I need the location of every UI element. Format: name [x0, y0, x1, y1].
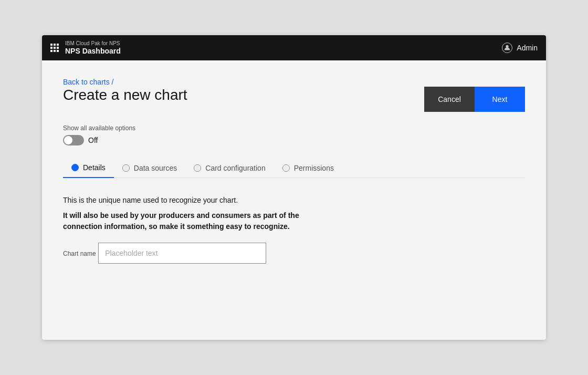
user-icon: [502, 43, 512, 53]
tab-data-sources-label: Data sources: [134, 164, 177, 172]
breadcrumb[interactable]: Back to charts /: [63, 78, 113, 86]
tab-dot-card-configuration: [194, 164, 201, 172]
tab-dot-details: [71, 164, 79, 171]
top-nav: IBM Cloud Pak for NPS NPS Dashboard Admi…: [42, 35, 546, 60]
grid-icon[interactable]: [50, 44, 59, 52]
form-section: This is the unique name used to recogniz…: [63, 195, 525, 264]
app-card: IBM Cloud Pak for NPS NPS Dashboard Admi…: [42, 35, 546, 340]
tab-details[interactable]: Details: [63, 158, 114, 178]
tab-dot-permissions: [282, 164, 290, 172]
tab-card-configuration[interactable]: Card configuration: [185, 159, 274, 178]
form-description: This is the unique name used to recogniz…: [63, 195, 525, 206]
tab-dot-data-sources: [122, 164, 130, 172]
form-description-bold: It will also be used by your producers a…: [63, 210, 304, 232]
admin-label: Admin: [517, 44, 538, 52]
page-title: Create a new chart: [63, 87, 187, 103]
header-actions: Cancel Next: [424, 87, 525, 112]
nav-title-group: IBM Cloud Pak for NPS NPS Dashboard: [65, 40, 121, 56]
toggle-state-label: Off: [88, 136, 98, 144]
tab-permissions[interactable]: Permissions: [274, 159, 342, 178]
chart-name-label: Chart name: [63, 250, 96, 257]
tab-details-label: Details: [83, 163, 106, 172]
nav-left: IBM Cloud Pak for NPS NPS Dashboard: [50, 40, 121, 56]
tab-card-configuration-label: Card configuration: [205, 164, 265, 172]
nav-app-title: NPS Dashboard: [65, 47, 121, 56]
toggle-switch[interactable]: [63, 135, 84, 145]
tabs-row: Details Data sources Card configuration …: [63, 158, 525, 178]
cancel-button[interactable]: Cancel: [424, 87, 475, 112]
page-header: Create a new chart Cancel Next: [63, 87, 525, 112]
toggle-description: Show all available options: [63, 124, 525, 132]
tab-data-sources[interactable]: Data sources: [114, 159, 185, 178]
next-button[interactable]: Next: [475, 87, 525, 112]
field-group: Chart name: [63, 243, 525, 264]
tab-permissions-label: Permissions: [294, 164, 334, 172]
chart-name-input[interactable]: [98, 243, 266, 264]
toggle-row: Show all available options Off: [63, 124, 525, 145]
toggle-control: Off: [63, 135, 525, 145]
nav-right: Admin: [502, 43, 538, 53]
main-content: Back to charts / Create a new chart Canc…: [42, 60, 546, 340]
nav-subtitle: IBM Cloud Pak for NPS: [65, 40, 121, 47]
